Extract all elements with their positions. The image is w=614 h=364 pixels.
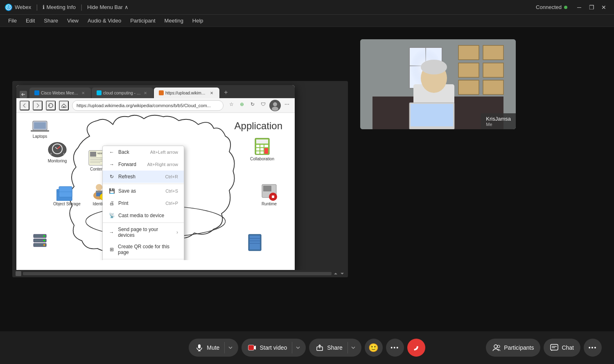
ctx-refresh-shortcut: Ctrl+R <box>165 174 178 179</box>
menu-file[interactable]: File <box>4 16 21 25</box>
menu-share[interactable]: Share <box>40 16 62 25</box>
main-content: Cisco Webex Meetings - Person... ✕ cloud… <box>0 27 614 331</box>
laptops-icon: Laptops <box>31 119 49 139</box>
shared-screen-taskbar <box>12 270 348 277</box>
ctx-qr[interactable]: ⊞ Create QR code for this page <box>103 241 184 258</box>
more-options-button[interactable]: ••• <box>386 339 404 357</box>
end-call-button[interactable] <box>407 339 425 357</box>
ctx-print-icon: 🖨 <box>108 200 115 207</box>
chevron-up-icon: ∧ <box>124 4 129 10</box>
tab-close-bing[interactable]: ✕ <box>142 90 148 96</box>
ctx-save-as[interactable]: 💾 Save as Ctrl+S <box>103 185 184 197</box>
mute-button[interactable]: Mute <box>189 339 238 357</box>
reactions-button[interactable]: 🙂 <box>365 339 383 357</box>
minimize-button[interactable]: ─ <box>574 2 585 13</box>
participants-icon <box>492 344 501 352</box>
share-dropdown-arrow[interactable] <box>348 342 359 353</box>
menu-edit[interactable]: Edit <box>22 16 39 25</box>
ctx-refresh[interactable]: ↻ Refresh Ctrl+R <box>103 171 184 183</box>
share-label: Share <box>327 344 342 351</box>
svg-rect-61 <box>458 45 479 60</box>
menu-participant[interactable]: Participant <box>126 16 159 25</box>
svg-rect-28 <box>256 148 260 151</box>
ctx-cast[interactable]: 📡 Cast media to device <box>103 209 184 222</box>
svg-rect-81 <box>551 344 558 350</box>
share-button[interactable]: Share <box>309 339 361 357</box>
monitoring-label: Monitoring <box>48 159 67 163</box>
browser-refresh-icon[interactable]: ↻ <box>248 100 257 109</box>
tab-close-wiki[interactable]: ✕ <box>209 90 214 96</box>
chat-icon <box>550 344 558 352</box>
nav-home-button[interactable] <box>59 101 69 110</box>
nav-forward-button[interactable] <box>33 101 43 110</box>
browser-favorites-icon[interactable]: ☆ <box>227 100 236 109</box>
ctx-send-label: Send page to your devices <box>118 227 173 238</box>
svg-point-33 <box>96 184 102 191</box>
menu-help[interactable]: Help <box>188 16 208 25</box>
ctx-send-icon: → <box>108 229 115 236</box>
svg-point-5 <box>272 107 278 111</box>
more-options-icon: ••• <box>391 344 399 351</box>
ctx-save-label: Save as <box>118 188 136 194</box>
svg-rect-32 <box>260 151 264 154</box>
menu-view[interactable]: View <box>63 16 83 25</box>
ctx-send-arrow: › <box>176 229 178 235</box>
nav-back-button[interactable] <box>20 101 29 110</box>
ctx-forward[interactable]: → Forward Alt+Right arrow <box>103 158 184 171</box>
svg-point-4 <box>273 102 277 106</box>
svg-point-1 <box>7 6 9 7</box>
video-dropdown-arrow[interactable] <box>292 342 303 353</box>
meeting-info-label: Meeting Info <box>46 4 76 10</box>
menu-audio-video[interactable]: Audio & Video <box>84 16 125 25</box>
tab-close-webex[interactable]: ✕ <box>80 90 86 96</box>
application-label: Application <box>235 120 282 132</box>
ctx-back[interactable]: ← Back Alt+Left arrow <box>103 146 184 158</box>
browser-collections-icon[interactable]: ⊕ <box>237 100 246 109</box>
meeting-info-button[interactable]: ℹ Meeting Info <box>43 4 76 10</box>
svg-rect-9 <box>31 130 49 132</box>
laptops-label: Laptops <box>33 134 47 139</box>
browser-window: Cisco Webex Meetings - Person... ✕ cloud… <box>16 85 295 273</box>
participants-button[interactable]: Participants <box>486 339 540 357</box>
browser-more-icon[interactable]: ⋯ <box>282 100 291 109</box>
ctx-print[interactable]: 🖨 Print Ctrl+P <box>103 197 184 209</box>
browser-tab-wiki[interactable]: https://upload.wikimedia.org/wi... ✕ <box>154 88 219 98</box>
object-storage-label: Object Storage <box>53 202 81 206</box>
svg-rect-64 <box>483 63 503 77</box>
restore-button[interactable]: ❐ <box>586 2 597 13</box>
context-menu: ← Back Alt+Left arrow → Forward Alt+Righ… <box>102 146 184 260</box>
start-video-button[interactable]: Start video <box>242 339 306 357</box>
info-icon: ℹ <box>43 4 45 10</box>
menu-bar: File Edit Share View Audio & Video Parti… <box>0 15 614 27</box>
microphone-icon <box>195 344 203 352</box>
browser-tab-webex[interactable]: Cisco Webex Meetings - Person... ✕ <box>29 88 91 98</box>
new-tab-button[interactable]: + <box>220 87 232 98</box>
chat-button[interactable]: Chat <box>544 339 580 357</box>
video-area: KrisJamsa Me <box>360 39 516 129</box>
object-storage-icon: Object Storage <box>53 184 81 206</box>
browser-content: Laptops Application 0 140 <box>16 113 295 260</box>
hide-menu-button[interactable]: Hide Menu Bar ∧ <box>87 4 129 10</box>
end-call-icon <box>412 343 421 353</box>
svg-rect-25 <box>256 145 260 147</box>
toolbar-more-icon: ••• <box>589 344 597 351</box>
runtime-icon: Runtime <box>260 182 278 206</box>
menu-meeting[interactable]: Meeting <box>160 16 187 25</box>
storage-icon <box>248 234 262 252</box>
video-panel: KrisJamsa Me <box>360 39 516 129</box>
ctx-send-devices[interactable]: → Send page to your devices › <box>103 224 184 241</box>
participant-me-label: Me <box>486 122 511 127</box>
ctx-forward-shortcut: Alt+Right arrow <box>147 162 178 167</box>
toolbar-more-button[interactable]: ••• <box>584 339 602 357</box>
close-button[interactable]: ✕ <box>598 2 609 13</box>
svg-rect-30 <box>264 148 268 154</box>
ctx-save-icon: 💾 <box>108 188 115 194</box>
browser-tracking-icon[interactable]: 🛡 <box>259 100 268 109</box>
video-camera-icon <box>248 344 256 352</box>
svg-text:140: 140 <box>63 153 68 155</box>
mute-dropdown-arrow[interactable] <box>224 342 236 353</box>
address-bar-input[interactable] <box>72 100 223 111</box>
browser-profile-icon[interactable] <box>269 100 281 111</box>
nav-refresh-button[interactable] <box>46 101 56 110</box>
browser-tab-bing[interactable]: cloud computing - Bing ✕ <box>92 88 153 98</box>
